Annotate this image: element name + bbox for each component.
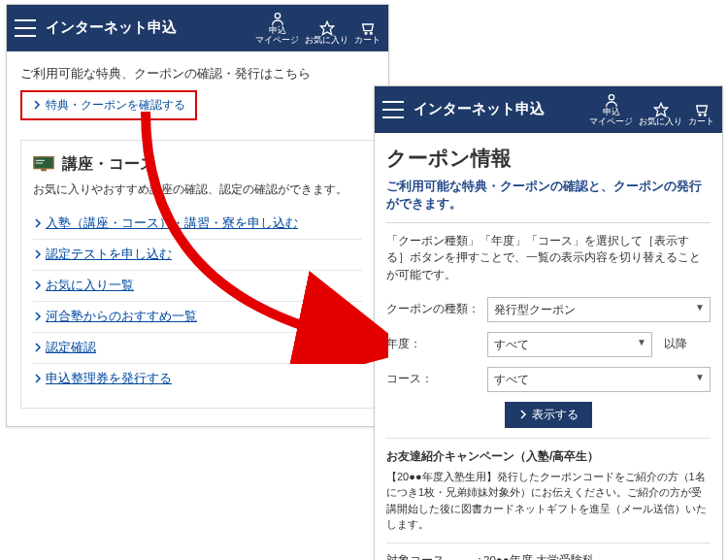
svg-marker-9 bbox=[654, 103, 667, 115]
svg-point-2 bbox=[365, 32, 367, 34]
cart-icon[interactable]: カート bbox=[354, 20, 381, 46]
menu-icon[interactable] bbox=[15, 19, 36, 37]
section-title: 講座・コース bbox=[62, 154, 155, 175]
link-list: 入塾（講座・コース）・講習・寮を申し込む 認定テストを申し込む お気に入り一覧 … bbox=[33, 209, 362, 394]
svg-point-8 bbox=[609, 95, 613, 100]
campaign-desc: 【20●●年度入塾生用】発行したクーポンコードをご紹介の方（1名につき1枚・兄弟… bbox=[386, 469, 711, 533]
info-course-value: 20●●年度 大学受験科 bbox=[483, 553, 711, 560]
mypage-icon[interactable]: 申込 マイページ bbox=[589, 92, 633, 127]
header-left: インターネット申込 申込 マイページ お気に入り カート bbox=[7, 5, 388, 51]
svg-point-3 bbox=[370, 32, 372, 34]
page-note: 「クーポン種類」「年度」「コース」を選択して［表示する］ボタンを押すことで、一覧… bbox=[386, 233, 711, 283]
page-subtitle: ご利用可能な特典・クーポンの確認と、クーポンの発行ができます。 bbox=[386, 178, 711, 223]
info-course-label: 対象コース bbox=[386, 553, 474, 560]
favorite-icon[interactable]: お気に入り bbox=[305, 20, 348, 46]
mypage-icon[interactable]: 申込 マイページ bbox=[255, 11, 299, 46]
header-title-right: インターネット申込 bbox=[414, 100, 585, 118]
year-select[interactable]: すべて bbox=[487, 332, 652, 357]
link-certify[interactable]: 認定確認 bbox=[33, 340, 96, 356]
svg-point-0 bbox=[275, 14, 280, 18]
cart-icon[interactable]: カート bbox=[688, 102, 714, 127]
svg-point-11 bbox=[704, 114, 706, 115]
campaign-title: お友達紹介キャンペーン（入塾/高卒生） bbox=[386, 448, 711, 465]
year-suffix: 以降 bbox=[664, 336, 687, 352]
link-test[interactable]: 認定テストを申し込む bbox=[33, 247, 172, 263]
course-label: コース： bbox=[386, 371, 480, 387]
header-right: インターネット申込 申込 マイページ お気に入り カート bbox=[375, 86, 722, 133]
coupon-type-label: クーポンの種類： bbox=[386, 301, 480, 317]
course-select[interactable]: すべて bbox=[487, 367, 711, 392]
confirm-coupon-button[interactable]: 特典・クーポンを確認する bbox=[20, 90, 197, 120]
intro-text: ご利用可能な特典、クーポンの確認・発行はこちら bbox=[20, 65, 375, 82]
section-desc: お気に入りやおすすめ講座の確認、認定の確認ができます。 bbox=[33, 182, 362, 197]
header-title-left: インターネット申込 bbox=[46, 18, 251, 37]
show-button[interactable]: 表示する bbox=[505, 402, 592, 428]
year-label: 年度： bbox=[386, 336, 480, 352]
course-section: 講座・コース お気に入りやおすすめ講座の確認、認定の確認ができます。 入塾（講座… bbox=[20, 140, 375, 409]
page-title: クーポン情報 bbox=[386, 145, 711, 172]
svg-point-10 bbox=[699, 114, 701, 115]
favorite-icon[interactable]: お気に入り bbox=[639, 102, 682, 127]
divider bbox=[386, 543, 711, 544]
link-apply[interactable]: 入塾（講座・コース）・講習・寮を申し込む bbox=[33, 215, 298, 232]
link-favorites[interactable]: お気に入り一覧 bbox=[33, 278, 134, 294]
svg-rect-7 bbox=[41, 169, 47, 172]
blackboard-icon bbox=[33, 155, 54, 173]
link-ticket[interactable]: 申込整理券を発行する bbox=[33, 371, 172, 387]
menu-icon[interactable] bbox=[382, 101, 404, 118]
svg-marker-1 bbox=[320, 21, 333, 34]
divider bbox=[386, 438, 711, 439]
coupon-type-select[interactable]: 発行型クーポン bbox=[487, 297, 711, 322]
link-recommend[interactable]: 河合塾からのおすすめ一覧 bbox=[33, 309, 197, 325]
